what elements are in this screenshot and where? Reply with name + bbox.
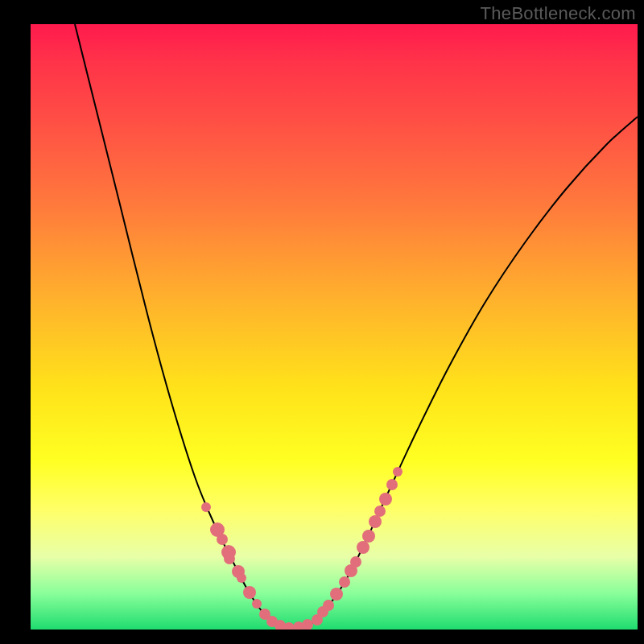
dot-marker	[252, 599, 262, 609]
curve-line	[75, 24, 638, 628]
dot-marker	[350, 556, 361, 568]
dot-marker	[369, 515, 382, 528]
dot-marker	[362, 530, 375, 543]
watermark-text: TheBottleneck.com	[481, 3, 636, 24]
dot-markers	[201, 467, 402, 630]
dot-marker	[323, 600, 334, 611]
dot-marker	[224, 553, 235, 564]
dot-marker	[237, 573, 246, 583]
dot-marker	[386, 479, 398, 490]
dot-marker	[339, 576, 350, 588]
dot-marker	[357, 541, 369, 554]
chart-frame: TheBottleneck.com	[0, 0, 644, 644]
dot-marker	[217, 534, 228, 545]
dot-marker	[243, 586, 256, 599]
dot-marker	[201, 502, 211, 512]
dot-marker	[374, 506, 386, 517]
dot-marker	[379, 493, 392, 506]
plot-area	[31, 24, 638, 630]
dot-marker	[302, 619, 313, 630]
dot-marker	[393, 467, 402, 477]
dot-marker	[330, 588, 343, 601]
plot-overlay	[31, 24, 638, 630]
